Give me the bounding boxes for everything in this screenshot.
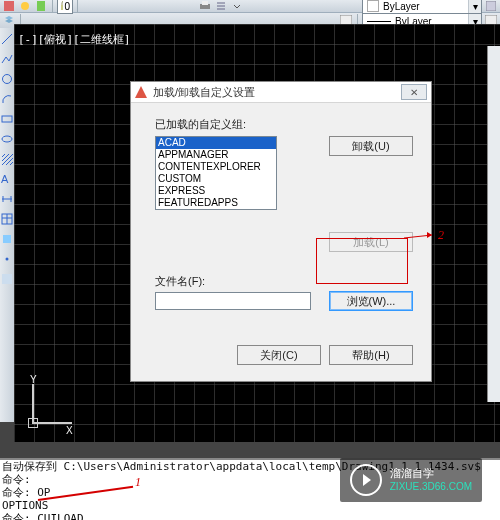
view-label[interactable]: [-][俯视][二维线框] [18, 32, 130, 47]
point-tool-icon[interactable] [0, 252, 14, 266]
rectangle-tool-icon[interactable] [0, 112, 14, 126]
chevron-down-icon: ▾ [468, 0, 481, 13]
svg-rect-14 [3, 235, 11, 243]
hatch-tool-icon[interactable] [0, 152, 14, 166]
ucs-x-label: X [66, 425, 73, 436]
list-item[interactable]: MODELDOC [156, 209, 276, 210]
app-logo-icon [135, 86, 147, 98]
layer-bylayer-dropdown[interactable]: ByLayer ▾ [362, 0, 482, 14]
dialog-titlebar[interactable]: 加载/卸载自定义设置 ✕ [131, 82, 431, 103]
text-tool-icon[interactable]: A [0, 172, 14, 186]
dialog-close-button[interactable]: ✕ [401, 84, 427, 100]
ucs-icon: Y X [20, 374, 80, 434]
list-item[interactable]: APPMANAGER [156, 149, 276, 161]
svg-rect-16 [2, 274, 12, 284]
play-circle-icon [350, 464, 382, 496]
arc-tool-icon[interactable] [0, 92, 14, 106]
dialog-title: 加载/卸载自定义设置 [153, 85, 255, 100]
lock-dropdown[interactable]: 0 [57, 0, 73, 14]
list-item[interactable]: CUSTOM [156, 173, 276, 185]
annotation-arrow-2 [404, 232, 438, 244]
cmd-current-line: 命令: CUILOAD [2, 512, 498, 520]
annotation-box-2 [316, 238, 408, 284]
list-item[interactable]: CONTENTEXPLORER [156, 161, 276, 173]
annotation-label-2: 2 [438, 228, 444, 243]
color-palette-icon[interactable] [2, 0, 16, 13]
svg-rect-0 [4, 1, 14, 11]
svg-point-11 [2, 136, 12, 142]
svg-text:A: A [1, 173, 9, 185]
filename-label: 文件名(F): [155, 274, 205, 289]
svg-rect-3 [61, 5, 63, 10]
svg-rect-6 [486, 1, 496, 11]
loaded-groups-list[interactable]: ACAD APPMANAGER CONTENTEXPLORER CUSTOM E… [155, 136, 277, 210]
svg-rect-5 [202, 1, 208, 5]
line-tool-icon[interactable] [0, 32, 14, 46]
circle-tool-icon[interactable] [0, 72, 14, 86]
watermark-badge: 溜溜自学 ZIXUE.3D66.COM [340, 458, 482, 502]
unload-button[interactable]: 卸载(U) [329, 136, 413, 156]
list-item[interactable]: FEATUREDAPPS [156, 197, 276, 209]
svg-rect-10 [2, 116, 12, 122]
list-item[interactable]: ACAD [156, 137, 276, 149]
yellow-sun-icon[interactable] [18, 0, 32, 13]
loaded-groups-label: 已加载的自定义组: [155, 117, 413, 132]
list-item[interactable]: EXPRESS [156, 185, 276, 197]
print-icon[interactable] [198, 0, 212, 13]
browse-button[interactable]: 浏览(W)... [329, 291, 413, 311]
region-tool-icon[interactable] [0, 272, 14, 286]
svg-point-1 [21, 2, 29, 10]
list-icon[interactable] [214, 0, 228, 13]
separator [77, 0, 78, 13]
separator [52, 0, 53, 13]
green-tool-icon[interactable] [34, 0, 48, 13]
table-tool-icon[interactable] [0, 212, 14, 226]
svg-rect-2 [37, 1, 45, 11]
annotation-label-1: 1 [135, 475, 141, 490]
watermark-subtitle: ZIXUE.3D66.COM [390, 480, 472, 493]
ribbon-row-1: 0 ByLayer ▾ [0, 0, 500, 13]
polyline-tool-icon[interactable] [0, 52, 14, 66]
dropdown-icon[interactable] [230, 0, 244, 13]
watermark-title: 溜溜自学 [390, 467, 472, 480]
help-button[interactable]: 帮助(H) [329, 345, 413, 365]
dimension-tool-icon[interactable] [0, 192, 14, 206]
bylayer-edit-icon[interactable] [484, 0, 498, 13]
block-tool-icon[interactable] [0, 232, 14, 246]
svg-point-9 [3, 75, 12, 84]
cuiload-dialog: 加载/卸载自定义设置 ✕ 已加载的自定义组: ACAD APPMANAGER C… [130, 81, 432, 382]
ellipse-tool-icon[interactable] [0, 132, 14, 146]
ucs-y-label: Y [30, 374, 37, 385]
lock-count: 0 [64, 1, 70, 12]
svg-point-15 [6, 258, 9, 261]
close-button[interactable]: 关闭(C) [237, 345, 321, 365]
left-tool-palette: A [0, 28, 15, 422]
vertical-scrollbar[interactable] [487, 46, 500, 402]
bylayer-label: ByLayer [383, 1, 420, 12]
filename-input[interactable] [155, 292, 311, 310]
